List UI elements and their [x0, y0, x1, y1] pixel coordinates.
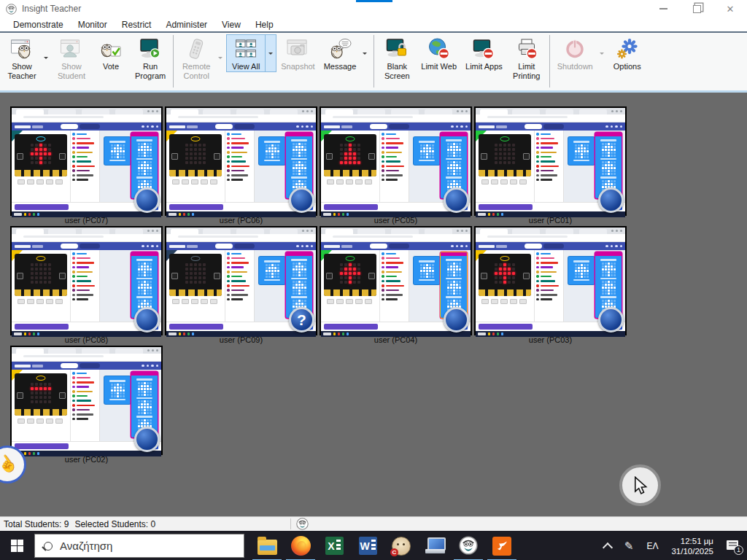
microbit-logo-oval	[191, 136, 201, 141]
button-a	[17, 392, 23, 399]
led-matrix	[495, 144, 515, 164]
microbit-logo-oval	[346, 256, 355, 261]
help-request-badge[interactable]	[289, 187, 314, 213]
restore-button[interactable]	[680, 0, 713, 18]
help-request-badge[interactable]: ?	[289, 307, 314, 332]
student-cell: user (PC04)	[320, 226, 472, 345]
student-screen-taskbar	[12, 451, 161, 456]
button-b	[523, 273, 530, 279]
help-request-badge[interactable]	[444, 307, 469, 332]
clock[interactable]: 12:51 μμ 31/10/2025	[665, 531, 720, 560]
view-all-dropdown-arrow[interactable]	[265, 35, 276, 71]
language-indicator[interactable]: ΕΛ	[640, 531, 665, 560]
taskbar-app-excel[interactable]: X	[317, 531, 351, 560]
tray-chevron-up-icon[interactable]	[597, 531, 618, 560]
shutdown-icon	[562, 37, 587, 61]
makecode-header	[12, 362, 161, 370]
student-thumbnail[interactable]	[474, 106, 627, 216]
student-thumbnail[interactable]	[10, 346, 163, 455]
limit-apps-button[interactable]: Limit Apps	[462, 35, 506, 71]
student-thumbnail[interactable]	[320, 226, 472, 335]
taskbar-app-insight[interactable]	[452, 531, 485, 560]
makecode-header	[12, 242, 161, 250]
menu-demonstrate[interactable]: Demonstrate	[6, 20, 71, 30]
minimize-button[interactable]	[646, 0, 680, 18]
menu-view[interactable]: View	[214, 20, 248, 30]
search-icon	[44, 542, 53, 551]
button-b	[59, 392, 66, 399]
taskbar-search[interactable]: Αναζήτηση	[34, 534, 244, 558]
menu-restrict[interactable]: Restrict	[115, 20, 159, 30]
taskbar-app-file-explorer[interactable]	[250, 531, 284, 560]
microbit-logo-oval	[346, 136, 355, 141]
student-cell: user (PC02)	[10, 346, 163, 464]
menu-bar: Demonstrate Monitor Restrict Administer …	[0, 18, 747, 33]
student-thumbnail[interactable]: ?	[165, 226, 317, 335]
menu-help[interactable]: Help	[248, 20, 281, 30]
microbit-simulator	[12, 250, 71, 322]
show-teacher-button[interactable]: Show Teacher	[3, 35, 41, 81]
led-matrix	[31, 383, 51, 403]
microbit-simulator	[321, 131, 380, 202]
tray-pen-icon[interactable]: ✎	[618, 531, 640, 560]
blank-screen-button[interactable]: Blank Screen	[378, 35, 416, 81]
limit-web-group: Limit Web	[417, 34, 461, 72]
code-block-stack	[259, 137, 285, 165]
system-tray: ✎ ΕΛ 12:51 μμ 31/10/2025 1	[597, 531, 747, 560]
student-thumbnail[interactable]	[320, 106, 472, 216]
start-button[interactable]	[0, 531, 34, 560]
menu-monitor[interactable]: Monitor	[71, 20, 115, 30]
limit-printing-label: Limit Printing	[513, 62, 540, 81]
options-icon	[615, 37, 640, 61]
limit-web-icon	[427, 37, 452, 61]
student-thumbnail[interactable]	[10, 226, 163, 335]
makecode-toolbox	[380, 250, 409, 322]
student-thumbnail[interactable]	[165, 106, 317, 216]
mouse-cursor-highlight	[619, 464, 661, 506]
student-thumbnail[interactable]	[10, 106, 163, 216]
limit-web-button[interactable]: Limit Web	[417, 35, 460, 71]
student-screen-taskbar	[476, 331, 625, 337]
student-cell: ? user (PC09)	[165, 226, 317, 345]
makecode-header	[321, 122, 471, 131]
taskbar-app-cartoon-app[interactable]: C	[384, 531, 418, 560]
edge-connector	[324, 289, 376, 296]
view-all-label: View All	[232, 62, 260, 71]
download-button-shape	[169, 204, 223, 210]
download-button-shape	[324, 324, 378, 330]
blank-screen-icon	[384, 37, 409, 61]
remote-control-icon	[184, 37, 209, 61]
microbit-board	[479, 134, 531, 176]
close-button[interactable]: ✕	[713, 0, 747, 18]
help-request-badge[interactable]	[134, 307, 160, 332]
makecode-toolbox	[225, 250, 255, 322]
run-program-button[interactable]: Run Program	[131, 35, 169, 81]
view-all-button[interactable]: View All	[227, 35, 265, 71]
taskbar-app-firefox[interactable]	[284, 531, 317, 560]
microbit-logo-oval	[191, 256, 201, 261]
message-dropdown-arrow[interactable]	[360, 35, 370, 71]
student-thumbnail[interactable]	[474, 226, 627, 335]
browser-tab-bar	[476, 108, 625, 114]
menu-administer[interactable]: Administer	[158, 20, 214, 30]
help-request-badge[interactable]	[598, 187, 624, 213]
microbit-board	[169, 254, 222, 296]
vote-label: Vote	[103, 62, 119, 71]
vote-button[interactable]: Vote	[92, 35, 130, 71]
options-button[interactable]: Options	[608, 35, 646, 71]
download-button-shape	[15, 324, 69, 330]
message-button[interactable]: Message	[320, 35, 360, 71]
notification-center[interactable]: 1	[720, 531, 747, 560]
taskbar-app-word[interactable]: W	[351, 531, 384, 560]
download-button-shape	[15, 443, 69, 449]
total-students-value: 9	[64, 519, 69, 529]
help-request-badge[interactable]	[134, 427, 160, 452]
show-teacher-dropdown-arrow[interactable]	[41, 35, 51, 81]
download-button-shape	[479, 204, 533, 210]
taskbar-app-orange-app[interactable]	[485, 531, 519, 560]
help-request-badge[interactable]	[134, 187, 160, 213]
limit-printing-button[interactable]: Limit Printing	[508, 35, 546, 81]
help-request-badge[interactable]	[598, 307, 624, 332]
taskbar-app-remote-computer[interactable]	[418, 531, 452, 560]
help-request-badge[interactable]	[444, 187, 469, 213]
